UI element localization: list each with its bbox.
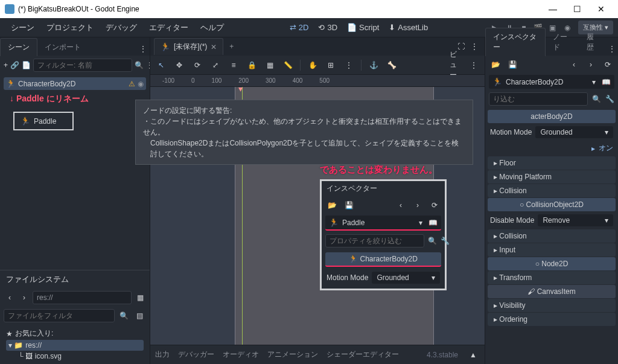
scene-node-root[interactable]: 🏃 CharacterBody2D ⚠ ◉ [4,77,146,90]
lock-tool[interactable]: 🔒 [246,59,258,71]
tab-node[interactable]: ノード [546,28,579,56]
view-button[interactable]: ビュー [450,59,462,71]
menu-scene[interactable]: シーン [5,20,40,36]
save-icon[interactable]: 💾 [506,58,519,71]
rotate-tool[interactable]: ⟳ [191,59,203,71]
section-collision[interactable]: ▸ Collision [488,184,616,197]
workspace-assetlib[interactable]: ⬇ AssetLib [384,21,433,34]
overlay-filter-input[interactable] [325,234,424,247]
tab-debugger[interactable]: デバッガー [178,350,214,360]
dock-menu-icon[interactable]: ⋮ [136,42,150,56]
tab-animation[interactable]: アニメーション [267,350,318,360]
tool-icon[interactable]: 🔧 [441,234,450,247]
doc-icon[interactable]: 📖 [602,78,611,86]
snap-config[interactable]: ⋮ [343,59,355,71]
ruler-tool[interactable]: 📏 [282,59,294,71]
motion-mode-dropdown[interactable]: Grounded▾ [535,126,613,138]
select-tool[interactable]: ↖ [155,59,167,71]
inspector-properties[interactable]: acterBody2D Motion Mode Grounded▾ ▸ オン ▸… [485,108,618,364]
list-tool[interactable]: ≡ [228,59,240,71]
warning-icon[interactable]: ⚠ [129,80,135,88]
history-back-button[interactable]: ‹ [394,199,407,212]
class-canvasitem[interactable]: 🖌 CanvasItem [488,285,616,298]
add-node-button[interactable]: + [4,59,8,72]
scene-filter-input[interactable] [33,59,132,72]
section-transform[interactable]: ▸ Transform [488,271,616,284]
new-scene-button[interactable]: + [223,40,240,53]
workspace-2d[interactable]: ⇄ 2D [285,21,314,34]
pan-tool[interactable]: ✋ [307,59,319,71]
workspace-3d[interactable]: ⟲ 3D [313,21,342,34]
fs-tree[interactable]: ★ お気に入り: ▾ 📁 res:// └ 🖼 icon.svg [0,325,150,364]
refresh-icon[interactable]: ⟳ [601,58,614,71]
bottom-expand-icon[interactable]: ▲ [467,348,480,362]
fs-favorites[interactable]: ★ お気に入り: [6,327,144,340]
dock-menu-icon[interactable]: ⋮ [607,42,618,56]
snap-tool[interactable]: ⊞ [325,59,337,71]
anchor-tool[interactable]: ⚓ [368,59,380,71]
open-file-icon[interactable]: 📂 [489,58,502,71]
history-fwd-button[interactable]: › [584,58,597,71]
instance-button[interactable]: 🔗 [10,59,19,72]
search-icon[interactable]: 🔍 [428,234,437,247]
disable-mode-dropdown[interactable]: Remove▾ [538,214,613,226]
section-visibility[interactable]: ▸ Visibility [488,299,616,312]
tab-shader[interactable]: シェーダーエディター [327,350,399,360]
section-collision2[interactable]: ▸ Collision [488,229,616,243]
close-tab-button[interactable]: ✕ [211,43,217,51]
tab-inspector[interactable]: インスペクター [485,28,546,56]
doc-icon[interactable]: 📖 [428,219,438,227]
tab-history[interactable]: 履歴 [579,28,607,56]
skeleton-tool[interactable]: 🦴 [386,59,398,71]
menu-editor[interactable]: エディター [143,20,194,36]
fs-back-button[interactable]: ‹ [4,293,16,302]
menu-debug[interactable]: デバッグ [100,20,143,36]
section-ordering[interactable]: ▸ Ordering [488,313,616,326]
move-tool[interactable]: ✥ [173,59,185,71]
menu-project[interactable]: プロジェクト [40,20,100,36]
fs-root[interactable]: ▾ 📁 res:// [6,340,144,351]
close-button[interactable]: ✕ [589,0,613,18]
fs-split-icon[interactable]: ▦ [134,291,146,304]
class-node2d[interactable]: ○ Node2D [488,257,616,270]
group-tool[interactable]: ▦ [264,59,276,71]
search-icon[interactable]: 🔍 [135,59,144,72]
scale-tool[interactable]: ⤢ [209,59,221,71]
workspace-script[interactable]: 📄 Script [342,21,384,34]
section-input[interactable]: ▸ Input [488,243,616,257]
refresh-icon[interactable]: ⟳ [428,199,441,212]
class-characterbody2d[interactable]: acterBody2D [488,110,616,123]
tab-scene[interactable]: シーン [0,38,37,56]
scene-tree[interactable]: 🏃 CharacterBody2D ⚠ ◉ ↓ Paddle にリネーム 🏃 P… [0,75,150,270]
history-fwd-button[interactable]: › [411,199,424,212]
tab-output[interactable]: 出力 [155,350,170,360]
save-icon[interactable]: 💾 [342,199,355,212]
tool-icon[interactable]: 🔧 [605,92,614,106]
section-moving-platform[interactable]: ▸ Moving Platform [488,170,616,184]
maximize-button[interactable]: ☐ [565,0,589,18]
attach-script-button[interactable]: 📄 [22,59,31,72]
dock-menu-icon[interactable]: ⋮ [468,40,481,53]
overlay-node-picker[interactable]: 🏃 Paddle ▾ 📖 [325,216,441,231]
fs-filter-input[interactable] [4,309,115,322]
fs-fwd-button[interactable]: › [18,293,30,302]
scene-tab-unsaved[interactable]: 🏃 [未保存](*) ✕ [154,38,223,55]
overlay-class[interactable]: 🏃 CharacterBody2D [325,252,441,267]
minimize-button[interactable]: — [541,0,565,18]
section-floor[interactable]: ▸ Floor [488,156,616,170]
fs-file-icon[interactable]: └ 🖼 icon.svg [6,351,144,362]
fs-grid-icon[interactable]: ▤ [133,309,146,322]
inspector-filter-input[interactable] [489,92,588,106]
overlay-motion-dropdown[interactable]: Grounded▾ [372,272,440,284]
history-back-button[interactable]: ‹ [567,58,581,71]
menu-help[interactable]: ヘルプ [194,20,230,36]
open-file-icon[interactable]: 📂 [325,199,339,212]
visibility-icon[interactable]: ◉ [138,80,144,88]
inspector-node-picker[interactable]: 🏃 CharacterBody2D ▾ 📖 [489,75,614,89]
fs-path-input[interactable] [33,291,132,304]
class-collisionobject2d[interactable]: ○ CollisionObject2D [488,198,616,211]
tab-import[interactable]: インポート [37,39,88,56]
more-icon[interactable]: ⋮ [468,59,480,71]
search-icon[interactable]: 🔍 [117,309,130,322]
search-icon[interactable]: 🔍 [591,92,601,106]
